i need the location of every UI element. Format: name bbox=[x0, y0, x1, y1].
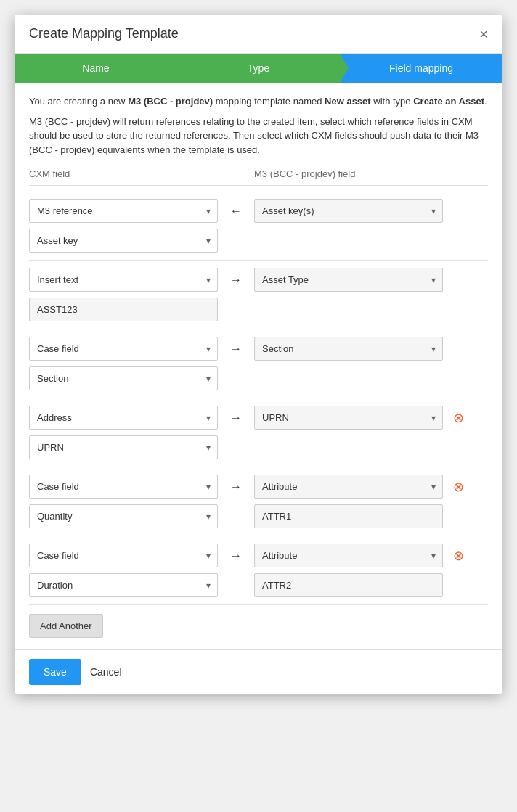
sub-cxm-select-6[interactable]: Duration bbox=[29, 573, 218, 597]
mapping-row-4: Address → UPRN ⊗ UPRN bbox=[29, 398, 488, 467]
mapping-row-3: Case field → Section Section bbox=[29, 329, 488, 398]
mapping-row-4-sub: UPRN bbox=[29, 435, 488, 459]
sub-cxm-dropdown-4[interactable]: UPRN bbox=[29, 435, 218, 459]
arrow-right-6: → bbox=[225, 549, 247, 562]
m3-field-dropdown-5[interactable]: Attribute bbox=[254, 475, 443, 499]
cxm-field-select-5[interactable]: Case field bbox=[29, 475, 218, 499]
remove-button-4[interactable]: ⊗ bbox=[453, 411, 464, 425]
stepper: Name Type Field mapping bbox=[15, 54, 502, 83]
mapping-row-2-sub bbox=[29, 298, 488, 321]
arrow-right-4: → bbox=[225, 411, 247, 425]
add-another-button[interactable]: Add Another bbox=[29, 614, 103, 638]
col-header-cxm: CXM field bbox=[29, 168, 254, 179]
cxm-field-dropdown-1[interactable]: M3 reference bbox=[29, 199, 218, 223]
cxm-field-select-4[interactable]: Address bbox=[29, 406, 218, 430]
arrow-right-3: → bbox=[225, 343, 247, 356]
sub-cxm-dropdown-5[interactable]: Quantity bbox=[29, 504, 218, 528]
cxm-field-dropdown-3[interactable]: Case field bbox=[29, 337, 218, 361]
m3-field-dropdown-6[interactable]: Attribute bbox=[254, 544, 443, 567]
col-header-m3: M3 (BCC - projdev) field bbox=[254, 168, 355, 179]
m3-field-select-5[interactable]: Attribute bbox=[254, 475, 443, 499]
m3-field-dropdown-2[interactable]: Asset Type bbox=[254, 268, 443, 292]
m3-field-select-3[interactable]: Section bbox=[254, 337, 443, 361]
modal-title: Create Mapping Template bbox=[29, 26, 179, 41]
arrow-right-5: → bbox=[225, 480, 247, 493]
mapping-row-5-sub: Quantity bbox=[29, 504, 488, 528]
m3-field-dropdown-3[interactable]: Section bbox=[254, 337, 443, 361]
m3-field-dropdown-1[interactable]: Asset key(s) bbox=[254, 199, 443, 223]
cxm-field-dropdown-6[interactable]: Case field bbox=[29, 544, 218, 567]
mapping-row-2-main: Insert text → Asset Type bbox=[29, 268, 488, 292]
mapping-row-1-main: M3 reference ← Asset key(s) bbox=[29, 199, 488, 223]
arrow-left-1: ← bbox=[225, 205, 247, 218]
mapping-row-3-main: Case field → Section bbox=[29, 337, 488, 361]
header-divider bbox=[29, 185, 488, 186]
sub-cxm-select-5[interactable]: Quantity bbox=[29, 504, 218, 528]
cxm-field-select-3[interactable]: Case field bbox=[29, 337, 218, 361]
info-line2: M3 (BCC - projdev) will return reference… bbox=[29, 115, 488, 157]
mapping-row-6-main: Case field → Attribute ⊗ bbox=[29, 544, 488, 567]
m3-field-select-2[interactable]: Asset Type bbox=[254, 268, 443, 292]
close-button[interactable]: × bbox=[479, 27, 488, 41]
mapping-row-1-sub: Asset key bbox=[29, 229, 488, 253]
step-field-mapping: Field mapping bbox=[340, 54, 502, 83]
mapping-row-3-sub: Section bbox=[29, 366, 488, 390]
mapping-row-6: Case field → Attribute ⊗ Duration bbox=[29, 536, 488, 605]
step-name: Name bbox=[15, 54, 177, 83]
modal-body: You are creating a new M3 (BCC - projdev… bbox=[15, 83, 502, 649]
m3-field-select-6[interactable]: Attribute bbox=[254, 544, 443, 567]
m3-field-select-1[interactable]: Asset key(s) bbox=[254, 199, 443, 223]
mapping-row-4-main: Address → UPRN ⊗ bbox=[29, 406, 488, 430]
info-line1: You are creating a new M3 (BCC - projdev… bbox=[29, 94, 488, 109]
modal-footer: Save Cancel bbox=[15, 649, 502, 694]
m3-field-select-4[interactable]: UPRN bbox=[254, 406, 443, 430]
step-type: Type bbox=[177, 54, 340, 83]
cxm-field-select-6[interactable]: Case field bbox=[29, 544, 218, 567]
mapping-row-2: Insert text → Asset Type bbox=[29, 261, 488, 329]
cxm-field-dropdown-5[interactable]: Case field bbox=[29, 475, 218, 499]
mapping-row-6-sub: Duration bbox=[29, 573, 488, 597]
cxm-field-select-1[interactable]: M3 reference bbox=[29, 199, 218, 223]
sub-cxm-select-3[interactable]: Section bbox=[29, 366, 218, 390]
sub-cxm-dropdown-3[interactable]: Section bbox=[29, 366, 218, 390]
mapping-row-1: M3 reference ← Asset key(s) Asset key bbox=[29, 192, 488, 261]
mapping-row-5: Case field → Attribute ⊗ Quantity bbox=[29, 467, 488, 536]
sub-cxm-dropdown-1[interactable]: Asset key bbox=[29, 229, 218, 253]
create-mapping-modal: Create Mapping Template × Name Type Fiel… bbox=[15, 15, 502, 694]
remove-button-6[interactable]: ⊗ bbox=[453, 549, 464, 562]
sub-cxm-select-1[interactable]: Asset key bbox=[29, 229, 218, 253]
cxm-field-dropdown-2[interactable]: Insert text bbox=[29, 268, 218, 292]
arrow-right-2: → bbox=[225, 274, 247, 287]
columns-header: CXM field M3 (BCC - projdev) field bbox=[29, 168, 488, 179]
cxm-field-dropdown-4[interactable]: Address bbox=[29, 406, 218, 430]
cancel-button[interactable]: Cancel bbox=[90, 666, 122, 678]
attr-text-input-5[interactable] bbox=[254, 504, 443, 528]
m3-field-dropdown-4[interactable]: UPRN bbox=[254, 406, 443, 430]
modal-header: Create Mapping Template × bbox=[15, 15, 502, 54]
mapping-row-5-main: Case field → Attribute ⊗ bbox=[29, 475, 488, 499]
insert-text-input-2[interactable] bbox=[29, 298, 218, 321]
remove-button-5[interactable]: ⊗ bbox=[453, 480, 464, 493]
cxm-field-select-2[interactable]: Insert text bbox=[29, 268, 218, 292]
sub-cxm-dropdown-6[interactable]: Duration bbox=[29, 573, 218, 597]
attr-text-input-6[interactable] bbox=[254, 573, 443, 597]
save-button[interactable]: Save bbox=[29, 659, 81, 685]
sub-cxm-select-4[interactable]: UPRN bbox=[29, 435, 218, 459]
